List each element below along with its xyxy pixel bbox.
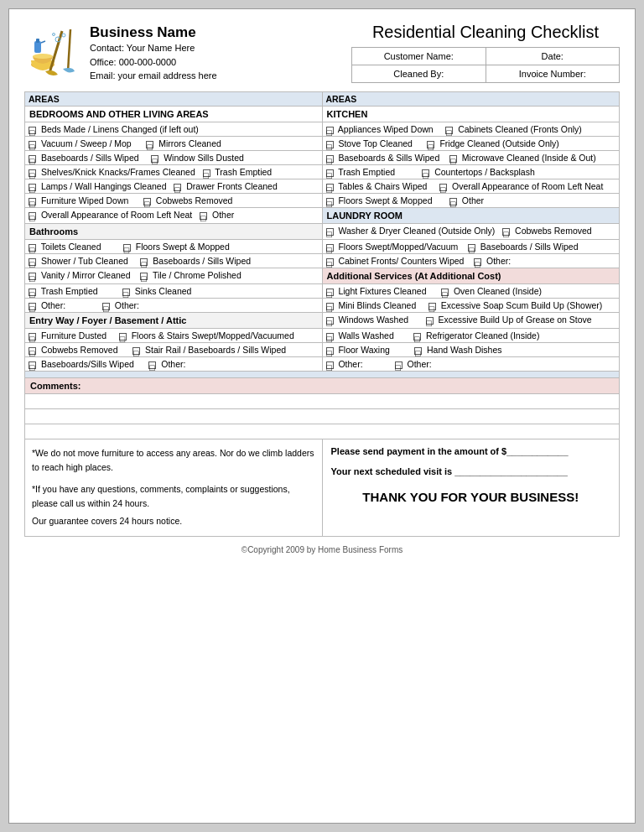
spacer-row	[25, 372, 620, 378]
checkbox-b5b[interactable]: □	[102, 303, 110, 310]
entry-1-additional-4: □ Furniture Dusted □ Floors & Stairs Swe…	[25, 329, 620, 343]
additional-item-5: □ Floor Waxing □ Hand Wash Dishes	[322, 343, 620, 357]
checkbox-k4b[interactable]: □	[422, 169, 429, 177]
bed-label-4b: Trash Emptied	[215, 167, 272, 177]
header-right: Residential Cleaning Checklist Customer …	[351, 23, 620, 83]
checkbox-4b[interactable]: □	[203, 169, 210, 177]
checkbox-e1b[interactable]: □	[119, 333, 127, 341]
checkbox-l1[interactable]: □	[326, 228, 334, 236]
bath-item-1: □ Toilets Cleaned □ Floors Swept & Moppe…	[25, 240, 323, 254]
comment-line-3	[25, 424, 620, 439]
office-line: Office: 000-000-0000	[90, 55, 217, 70]
checkbox-l1b[interactable]: □	[502, 228, 510, 236]
checkbox-k3b[interactable]: □	[449, 155, 457, 163]
checkbox-a2[interactable]: □	[326, 303, 334, 310]
checkbox-a3[interactable]: □	[326, 317, 334, 325]
kitchen-label-3: Baseboards & Sills Wiped	[338, 153, 439, 163]
svg-point-9	[53, 34, 55, 36]
checkbox-7b[interactable]: □	[200, 212, 207, 220]
checkbox-3b[interactable]: □	[151, 155, 158, 163]
laundry-label-1: Washer & Dryer Cleaned (Outside Only)	[338, 226, 495, 236]
additional-label-3b: Excessive Build Up of Grease on Stove	[438, 315, 591, 325]
checkbox-b4a[interactable]: □	[29, 289, 36, 296]
checkbox-1[interactable]: □	[29, 127, 36, 134]
checkbox-6b[interactable]: □	[143, 198, 151, 205]
bath-label-4a: Trash Emptied	[41, 286, 98, 296]
bathrooms-laundry-1: Bathrooms □ Washer & Dryer Cleaned (Outs…	[25, 224, 620, 240]
checkbox-a5[interactable]: □	[326, 347, 334, 355]
entry-label-2b: Stair Rail / Baseboards / Sills Wiped	[145, 345, 286, 355]
checkbox-k2[interactable]: □	[326, 141, 334, 148]
bed-shelves-row: □ Shelves/Knick Knacks/Frames Cleaned □ …	[25, 165, 323, 179]
checkbox-l2[interactable]: □	[326, 244, 334, 252]
checkbox-a6b[interactable]: □	[395, 361, 402, 369]
checkbox-b3a[interactable]: □	[29, 273, 36, 280]
checkbox-e2a[interactable]: □	[29, 347, 36, 355]
laundry-label-2: Floors Swept/Mopped/Vacuum	[338, 242, 458, 252]
checkbox-a4b[interactable]: □	[413, 333, 421, 341]
checkbox-k1b[interactable]: □	[445, 127, 453, 134]
bed-label-6a: Furniture Wiped Down	[41, 195, 128, 205]
kitchen-label-1: Appliances Wiped Down	[338, 124, 434, 134]
main-title: Residential Cleaning Checklist	[351, 23, 620, 42]
checkbox-l2b[interactable]: □	[468, 244, 475, 252]
checkbox-l3[interactable]: □	[326, 258, 334, 266]
checkbox-b3b[interactable]: □	[140, 273, 148, 280]
bed-label-6b: Cobwebs Removed	[156, 195, 233, 205]
checkbox-e3b[interactable]: □	[148, 361, 156, 369]
checklist-row-6: □ Furniture Wiped Down □ Cobwebs Removed…	[25, 194, 620, 208]
checkbox-a4[interactable]: □	[326, 333, 334, 341]
additional-item-3: □ Windows Washed □ Excessive Build Up of…	[322, 313, 620, 329]
spacer-cell	[25, 372, 620, 378]
checkbox-b2a[interactable]: □	[29, 258, 36, 266]
checkbox-3a[interactable]: □	[29, 155, 36, 163]
checkbox-a5b[interactable]: □	[414, 347, 422, 355]
svg-rect-5	[36, 39, 39, 43]
checkbox-k4[interactable]: □	[326, 169, 334, 177]
checkbox-b1b[interactable]: □	[123, 244, 131, 252]
checkbox-a1b[interactable]: □	[441, 289, 449, 296]
checklist-row-3: □ Baseboards / Sills Wiped □ Window Sill…	[25, 151, 620, 165]
checkbox-2a[interactable]: □	[29, 141, 36, 148]
checkbox-5a[interactable]: □	[29, 184, 36, 191]
kitchen-trash-row: □ Trash Emptied □ Countertops / Backspla…	[322, 165, 620, 179]
checkbox-b2b[interactable]: □	[140, 258, 148, 266]
payment-text: Please send payment in the amount of $__…	[331, 446, 611, 456]
kitchen-label-6: Floors Swept & Mopped	[338, 195, 432, 205]
checklist-row-7: □ Overall Appearance of Room Left Neat □…	[25, 208, 620, 224]
checkbox-a3b[interactable]: □	[426, 317, 434, 325]
checklist-row-1: □ Beds Made / Linens Changed (if left ou…	[25, 122, 620, 137]
checkbox-k6b[interactable]: □	[449, 198, 457, 205]
checkbox-4a[interactable]: □	[29, 169, 36, 177]
entry-label-3a: Baseboards/Sills Wiped	[41, 359, 134, 369]
thank-you-text: THANK YOU FOR YOUR BUSINESS!	[331, 490, 611, 504]
checkbox-e2b[interactable]: □	[132, 347, 140, 355]
checkbox-e1a[interactable]: □	[29, 333, 36, 341]
svg-point-8	[62, 34, 65, 37]
checkbox-a6[interactable]: □	[326, 361, 334, 369]
checkbox-a2b[interactable]: □	[428, 303, 436, 310]
checkbox-5b[interactable]: □	[174, 184, 181, 191]
checkbox-k1[interactable]: □	[326, 127, 334, 134]
checkbox-k6[interactable]: □	[326, 198, 334, 205]
checkbox-2b[interactable]: □	[146, 141, 153, 148]
checkbox-k5[interactable]: □	[326, 184, 334, 191]
entry-item-1: □ Furniture Dusted □ Floors & Stairs Swe…	[25, 329, 323, 343]
checkbox-b4b[interactable]: □	[122, 289, 130, 296]
kitchen-label-5b: Overall Appearance of Room Left Neat	[452, 181, 603, 191]
bed-lamps-row: □ Lamps / Wall Hangings Cleaned □ Drawer…	[25, 179, 323, 194]
checkbox-e3a[interactable]: □	[29, 361, 36, 369]
checkbox-l3b[interactable]: □	[474, 258, 481, 266]
checkbox-k2b[interactable]: □	[427, 141, 434, 148]
checkbox-k3[interactable]: □	[326, 155, 334, 163]
checkbox-6a[interactable]: □	[29, 198, 36, 205]
bed-label-7b: Other	[212, 210, 234, 220]
bath-item-4: □ Trash Emptied □ Sinks Cleaned	[25, 284, 323, 299]
checkbox-k5b[interactable]: □	[439, 184, 447, 191]
checkbox-7a[interactable]: □	[29, 212, 36, 220]
checkbox-b1a[interactable]: □	[29, 244, 36, 252]
bed-label-2a: Vacuum / Sweep / Mop	[41, 138, 132, 148]
areas-header-row: AREAS AREAS	[25, 92, 620, 107]
checkbox-a1[interactable]: □	[326, 289, 334, 296]
checkbox-b5a[interactable]: □	[29, 303, 36, 310]
